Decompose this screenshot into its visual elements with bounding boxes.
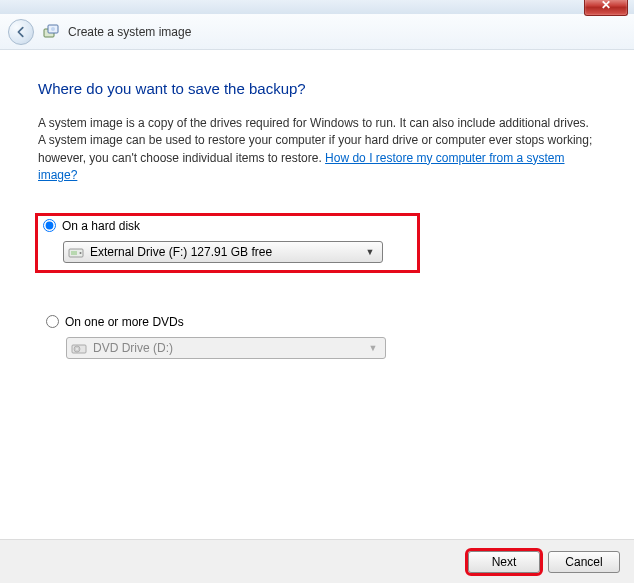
- svg-point-5: [80, 252, 82, 254]
- dvd-dropdown: DVD Drive (D:) ▼: [66, 337, 386, 359]
- chevron-down-icon: ▼: [362, 247, 378, 257]
- wizard-header: Create a system image: [0, 14, 634, 50]
- svg-point-8: [76, 348, 78, 350]
- wizard-title: Create a system image: [68, 25, 191, 39]
- system-image-icon: [42, 23, 60, 41]
- back-button[interactable]: [8, 19, 34, 45]
- external-drive-icon: [68, 245, 84, 259]
- radio-hard-disk-label[interactable]: On a hard disk: [62, 219, 140, 233]
- back-arrow-icon: [14, 25, 28, 39]
- window-titlebar: ✕: [0, 0, 634, 14]
- close-button[interactable]: ✕: [584, 0, 628, 16]
- radio-hard-disk[interactable]: [43, 219, 56, 232]
- dvd-selected: DVD Drive (D:): [93, 341, 359, 355]
- option-hard-disk: On a hard disk External Drive (F:) 127.9…: [35, 213, 420, 273]
- cancel-button[interactable]: Cancel: [548, 551, 620, 573]
- svg-rect-4: [71, 251, 77, 255]
- chevron-down-icon: ▼: [365, 343, 381, 353]
- dvd-drive-icon: [71, 341, 87, 355]
- next-button[interactable]: Next: [468, 551, 540, 573]
- page-heading: Where do you want to save the backup?: [38, 80, 596, 97]
- option-dvd: On one or more DVDs DVD Drive (D:) ▼: [38, 309, 596, 369]
- page-description: A system image is a copy of the drives r…: [38, 115, 596, 185]
- svg-point-2: [51, 27, 55, 31]
- wizard-content: Where do you want to save the backup? A …: [0, 50, 634, 409]
- radio-dvd[interactable]: [46, 315, 59, 328]
- hard-disk-dropdown[interactable]: External Drive (F:) 127.91 GB free ▼: [63, 241, 383, 263]
- hard-disk-selected: External Drive (F:) 127.91 GB free: [90, 245, 356, 259]
- wizard-footer: Next Cancel: [0, 539, 634, 583]
- radio-dvd-label[interactable]: On one or more DVDs: [65, 315, 184, 329]
